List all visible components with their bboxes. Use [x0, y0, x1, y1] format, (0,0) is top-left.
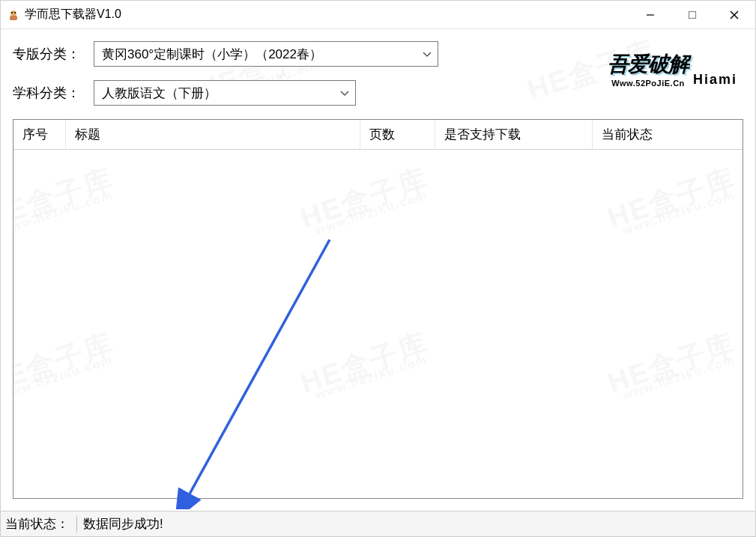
data-table: 序号 标题 页数 是否支持下载 当前状态 HE盒子库 www.heziku.co…: [13, 119, 743, 499]
logo-author: Hiami: [693, 72, 737, 88]
svg-point-3: [14, 12, 16, 13]
subject-label: 学科分类：: [13, 84, 80, 102]
maximize-button[interactable]: [671, 1, 713, 28]
watermark: HE盒子库: [13, 160, 118, 237]
column-header-status[interactable]: 当前状态: [593, 120, 743, 149]
app-icon: [7, 8, 20, 22]
watermark-url: www.heziku.com: [314, 188, 429, 237]
status-label: 当前状态：: [5, 515, 69, 533]
watermark-url: www.heziku.com: [13, 353, 115, 401]
watermark-url: www.heziku.com: [621, 353, 737, 401]
svg-point-2: [11, 12, 13, 13]
window-controls: [629, 1, 755, 28]
logo-main: 吾爱破解: [608, 50, 689, 79]
column-header-seq[interactable]: 序号: [13, 120, 66, 149]
close-button[interactable]: [713, 1, 755, 28]
minimize-button[interactable]: [629, 1, 671, 28]
svg-line-7: [731, 11, 738, 19]
logo-sub: Www.52PoJiE.Cn: [611, 79, 685, 88]
watermark: HE盒子库: [295, 325, 433, 402]
category-dropdown[interactable]: 黄冈360°定制课时（小学）（2022春）: [94, 41, 438, 67]
table-body[interactable]: HE盒子库 www.heziku.com HE盒子库 www.heziku.co…: [13, 150, 743, 498]
watermark: HE盒子库: [13, 325, 118, 402]
category-label: 专版分类：: [13, 45, 80, 63]
svg-line-6: [731, 11, 738, 19]
watermark: HE盒子库: [602, 160, 740, 237]
watermark-url: www.heziku.com: [13, 188, 115, 237]
column-header-title[interactable]: 标题: [66, 120, 360, 149]
status-bar: 当前状态： 数据同步成功!: [1, 511, 755, 536]
content-area: HE盒子库 www.heziku.com HE盒子库 专版分类： 黄冈360°定…: [1, 29, 755, 511]
main-window: 学而思下载器V1.0 HE盒子库 www.heziku.com HE盒子库 专版…: [0, 0, 756, 537]
chevron-down-icon: [340, 85, 349, 100]
watermark: HE盒子库: [295, 160, 433, 237]
subject-value: 人教版语文（下册）: [102, 85, 217, 102]
watermark: HE盒子库: [602, 325, 740, 402]
svg-rect-1: [10, 16, 17, 20]
table-header: 序号 标题 页数 是否支持下载 当前状态: [13, 120, 743, 150]
chevron-down-icon: [423, 46, 432, 61]
subject-dropdown[interactable]: 人教版语文（下册）: [94, 80, 356, 106]
column-header-download-support[interactable]: 是否支持下载: [435, 120, 593, 149]
svg-point-0: [10, 10, 16, 16]
status-divider: [76, 516, 77, 533]
status-message: 数据同步成功!: [83, 515, 163, 533]
window-title: 学而思下载器V1.0: [25, 7, 121, 22]
titlebar: 学而思下载器V1.0: [1, 1, 755, 29]
watermark-url: www.heziku.com: [621, 188, 737, 237]
column-header-pages[interactable]: 页数: [360, 120, 435, 149]
titlebar-left: 学而思下载器V1.0: [7, 7, 121, 22]
svg-rect-5: [689, 11, 696, 18]
logo-area: 吾爱破解 Www.52PoJiE.Cn Hiami: [542, 35, 737, 103]
watermark-url: www.heziku.com: [314, 353, 429, 401]
category-value: 黄冈360°定制课时（小学）（2022春）: [102, 46, 322, 63]
